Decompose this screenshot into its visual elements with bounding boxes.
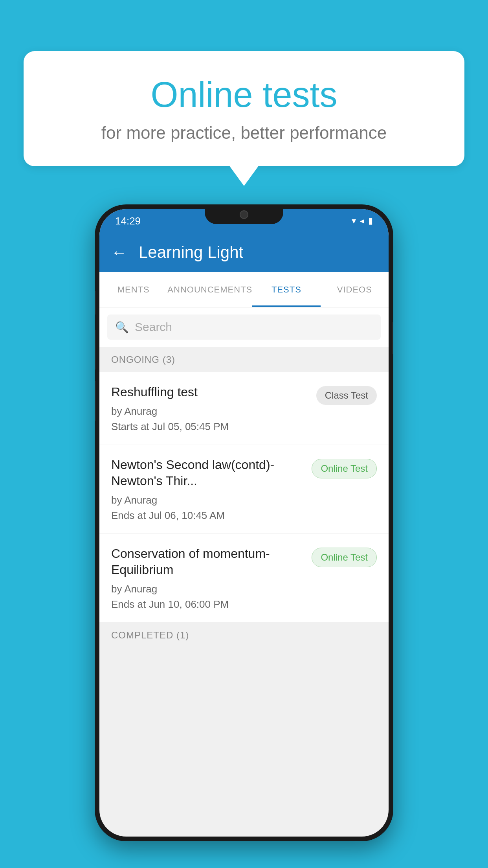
phone-frame: 14:29 ▾ ◂ ▮ ← Learning Light MENTS ANNOU…: [95, 204, 393, 841]
search-icon: 🔍: [115, 321, 129, 334]
volume-down-button[interactable]: [95, 330, 95, 370]
test-badge-3: Online Test: [312, 548, 377, 567]
tab-announcements[interactable]: ANNOUNCEMENTS: [167, 272, 252, 307]
tab-bar: MENTS ANNOUNCEMENTS TESTS VIDEOS: [99, 272, 389, 307]
test-badge-1: Class Test: [316, 386, 377, 405]
wifi-icon: ▾: [352, 216, 356, 226]
test-info-2: Newton's Second law(contd)-Newton's Thir…: [111, 457, 304, 522]
back-button[interactable]: ←: [111, 244, 127, 261]
speech-bubble-container: Online tests for more practice, better p…: [24, 51, 464, 166]
bubble-title: Online tests: [55, 75, 433, 115]
test-item-1[interactable]: Reshuffling test by Anurag Starts at Jul…: [99, 372, 389, 445]
test-author-1: by Anurag: [111, 405, 308, 417]
test-badge-2: Online Test: [312, 459, 377, 478]
speech-bubble: Online tests for more practice, better p…: [24, 51, 464, 166]
phone-notch: [205, 204, 283, 224]
signal-icon: ◂: [360, 216, 364, 226]
tab-videos[interactable]: VIDEOS: [321, 272, 389, 307]
battery-icon: ▮: [368, 216, 373, 226]
ongoing-section-header: ONGOING (3): [99, 347, 389, 372]
test-item-2[interactable]: Newton's Second law(contd)-Newton's Thir…: [99, 445, 389, 534]
test-item-3[interactable]: Conservation of momentum-Equilibrium by …: [99, 534, 389, 623]
test-time-3: Ends at Jun 10, 06:00 PM: [111, 598, 304, 611]
tab-tests[interactable]: TESTS: [252, 272, 320, 307]
test-name-3: Conservation of momentum-Equilibrium: [111, 546, 304, 578]
tab-ments[interactable]: MENTS: [99, 272, 167, 307]
test-time-1: Starts at Jul 05, 05:45 PM: [111, 421, 308, 433]
bubble-subtitle: for more practice, better performance: [55, 123, 433, 143]
test-name-2: Newton's Second law(contd)-Newton's Thir…: [111, 457, 304, 489]
silent-button[interactable]: [95, 381, 95, 421]
status-time: 14:29: [115, 215, 141, 227]
completed-section-header: COMPLETED (1): [99, 623, 389, 648]
phone-screen: 14:29 ▾ ◂ ▮ ← Learning Light MENTS ANNOU…: [99, 209, 389, 837]
test-author-3: by Anurag: [111, 583, 304, 595]
front-camera: [240, 210, 248, 219]
search-container: 🔍 Search: [99, 307, 389, 347]
app-bar: ← Learning Light: [99, 233, 389, 272]
volume-up-button[interactable]: [95, 291, 95, 314]
test-time-2: Ends at Jul 06, 10:45 AM: [111, 509, 304, 522]
search-placeholder: Search: [135, 320, 172, 334]
status-icons: ▾ ◂ ▮: [352, 216, 373, 226]
test-list: Reshuffling test by Anurag Starts at Jul…: [99, 372, 389, 623]
test-author-2: by Anurag: [111, 494, 304, 506]
app-title: Learning Light: [139, 243, 243, 262]
test-name-1: Reshuffling test: [111, 384, 308, 401]
test-info-1: Reshuffling test by Anurag Starts at Jul…: [111, 384, 308, 433]
power-button[interactable]: [393, 322, 393, 354]
search-input[interactable]: 🔍 Search: [107, 314, 381, 340]
test-info-3: Conservation of momentum-Equilibrium by …: [111, 546, 304, 611]
